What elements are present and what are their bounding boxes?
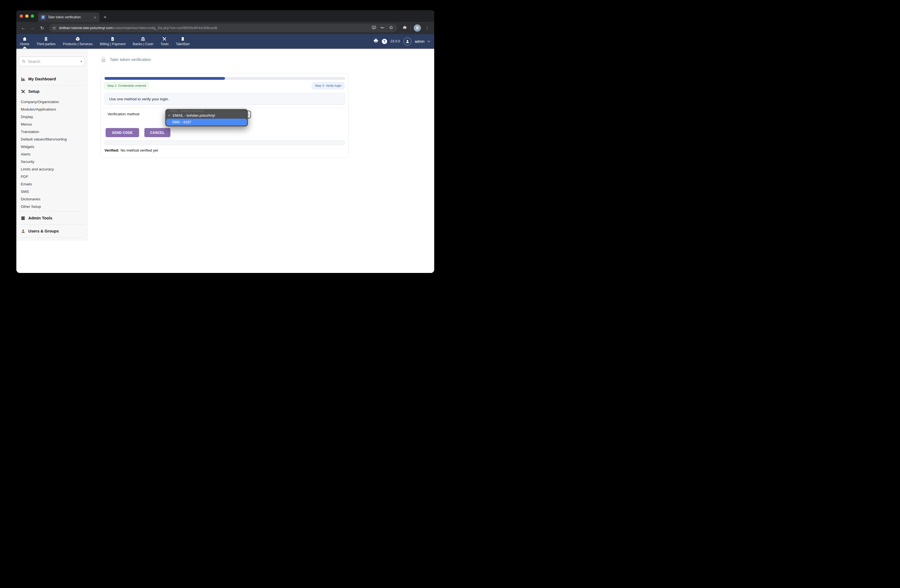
step2-badge: Step 2: Verify login xyxy=(312,82,344,89)
browser-window: D Taler token verification × + ← → ↻ dol… xyxy=(16,10,434,273)
new-tab-button[interactable]: + xyxy=(101,13,109,21)
progress-fill xyxy=(104,77,225,80)
traffic-lights xyxy=(16,10,38,22)
sidebar-item-display[interactable]: Display xyxy=(19,113,85,121)
menu-item-home[interactable]: Home xyxy=(16,34,33,48)
tab-title: Taler token verification xyxy=(48,15,90,19)
dashboard-chart-icon xyxy=(21,77,25,81)
module-page-icon xyxy=(181,37,185,41)
sidebar-item-emails[interactable]: Emails xyxy=(19,180,85,188)
active-menu-indicator xyxy=(22,47,27,48)
toolbar-separator xyxy=(410,26,411,30)
send-code-button[interactable]: SEND CODE xyxy=(106,128,139,137)
back-icon[interactable]: ← xyxy=(19,24,28,32)
dolibarr-favicon-icon: D xyxy=(41,15,45,20)
building-icon xyxy=(44,37,48,41)
form-row-divider xyxy=(101,108,348,108)
tab-close-icon[interactable]: × xyxy=(93,15,97,20)
menu-item-billing-payment[interactable]: $ Billing | Payment xyxy=(96,34,129,48)
tab-strip: D Taler token verification × + xyxy=(16,10,434,22)
sidebar-item-sms[interactable]: SMS xyxy=(19,188,85,195)
bookmark-star-icon[interactable] xyxy=(389,25,394,31)
browser-profile-avatar[interactable]: B xyxy=(414,24,421,32)
logged-user-name[interactable]: admin xyxy=(415,39,425,43)
sidebar-item-pdf[interactable]: PDF xyxy=(19,173,85,180)
setup-tools-icon xyxy=(21,89,25,94)
sidebar-divider xyxy=(19,237,84,238)
dropdown-option-email[interactable]: ✓ EMAIL - bohdan.potuzhnyi xyxy=(165,112,248,118)
sidebar-section-setup[interactable]: Setup xyxy=(19,85,85,98)
password-key-icon[interactable] xyxy=(380,25,385,31)
minimize-window-button[interactable] xyxy=(25,14,28,18)
main-panel: Taler token verification Step 1: Credent… xyxy=(88,49,434,273)
forward-icon[interactable]: → xyxy=(28,24,37,32)
verification-card: Step 1: Credentials entered Step 2: Veri… xyxy=(100,73,349,158)
sidebar-item-security[interactable]: Security xyxy=(19,158,85,165)
sidebar-item-widgets[interactable]: Widgets xyxy=(19,143,85,150)
select-ghost-text: EMAIL - bohdan.potuzhnyi xyxy=(169,109,245,113)
step1-badge: Step 1: Credentials entered xyxy=(104,82,149,89)
help-icon[interactable]: ? xyxy=(382,39,387,44)
user-menu-chevron-icon[interactable] xyxy=(428,39,430,42)
user-avatar-icon[interactable] xyxy=(403,37,411,45)
menu-item-banks-cash[interactable]: Banks | Cash xyxy=(129,34,157,48)
url-text: dolibarr.tutorial.taler.potuzhnyi.com/cu… xyxy=(59,26,369,30)
sidebar-section-users-groups[interactable]: Users & Groups xyxy=(19,225,85,237)
users-icon xyxy=(21,229,25,234)
sidebar-item-my-dashboard[interactable]: My Dashboard xyxy=(19,73,85,85)
address-bar[interactable]: dolibarr.tutorial.taler.potuzhnyi.com/cu… xyxy=(49,24,397,32)
dropdown-option-sms[interactable]: SMS - 4197 xyxy=(166,119,247,126)
search-input[interactable] xyxy=(28,59,78,64)
lock-icon xyxy=(101,56,106,63)
sidebar-item-modules-applications[interactable]: Modules/Applications xyxy=(19,105,85,113)
menu-item-tools[interactable]: Tools xyxy=(157,34,172,48)
select-dropdown-popup: EMAIL - bohdan.potuzhnyi ✓ EMAIL - bohda… xyxy=(165,109,248,127)
home-icon xyxy=(22,37,27,41)
install-app-icon[interactable] xyxy=(372,25,376,31)
browser-menu-icon[interactable]: ⋮ xyxy=(424,25,430,31)
sidebar-item-menus[interactable]: Menus xyxy=(19,121,85,128)
verification-method-label: Verification method xyxy=(107,112,140,116)
sidebar-item-alerts[interactable]: Alerts xyxy=(19,150,85,158)
instruction-box: Use one method to verify your login. xyxy=(104,93,345,105)
close-window-button[interactable] xyxy=(20,14,23,18)
sidebar-item-dictionaries[interactable]: Dictionaries xyxy=(19,195,85,203)
app-version: 23.0.0 xyxy=(390,39,400,43)
print-icon[interactable] xyxy=(373,38,379,44)
menu-item-products-services[interactable]: Products | Services xyxy=(59,34,96,48)
app-top-menu: Home Third parties Products | Services $… xyxy=(16,34,434,48)
progress-bar xyxy=(104,77,345,80)
sidebar-item-company-organization[interactable]: Company/Organization xyxy=(19,98,85,105)
verified-status: Verified:No method verified yet xyxy=(104,148,158,152)
sidebar-item-limits-accuracy[interactable]: Limits and accuracy xyxy=(19,165,85,173)
left-sidebar: ▾ My Dashboard Setup Company/Organizatio… xyxy=(16,49,88,241)
cancel-button[interactable]: CANCEL xyxy=(144,128,171,137)
extensions-puzzle-icon[interactable] xyxy=(402,25,407,31)
sidebar-item-translation[interactable]: Translation xyxy=(19,128,85,135)
svg-text:$: $ xyxy=(112,38,113,40)
check-icon: ✓ xyxy=(168,113,171,117)
search-icon xyxy=(22,59,26,64)
site-settings-icon[interactable] xyxy=(52,26,56,31)
bank-icon xyxy=(141,37,146,41)
page-title: Taler token verification xyxy=(101,56,151,63)
verification-status-bar xyxy=(104,140,345,145)
browser-tab[interactable]: D Taler token verification × xyxy=(38,12,99,22)
menu-item-talerbarr[interactable]: TalerBarr xyxy=(172,34,193,48)
search-caret-icon[interactable]: ▾ xyxy=(81,60,82,63)
menu-item-third-parties[interactable]: Third parties xyxy=(33,34,59,48)
tools-icon xyxy=(162,37,167,41)
bill-icon: $ xyxy=(110,37,115,41)
product-box-icon xyxy=(75,37,80,41)
browser-toolbar: ← → ↻ dolibarr.tutorial.taler.potuzhnyi.… xyxy=(16,22,434,34)
reload-icon[interactable]: ↻ xyxy=(38,24,46,32)
sidebar-item-default-values[interactable]: Default values/filters/sorting xyxy=(19,135,85,143)
sidebar-section-admin-tools[interactable]: Admin Tools xyxy=(19,212,85,225)
server-rack-icon xyxy=(21,216,25,220)
maximize-window-button[interactable] xyxy=(31,14,34,18)
sidebar-search[interactable]: ▾ xyxy=(19,56,85,66)
sidebar-item-other-setup[interactable]: Other Setup xyxy=(19,203,85,210)
